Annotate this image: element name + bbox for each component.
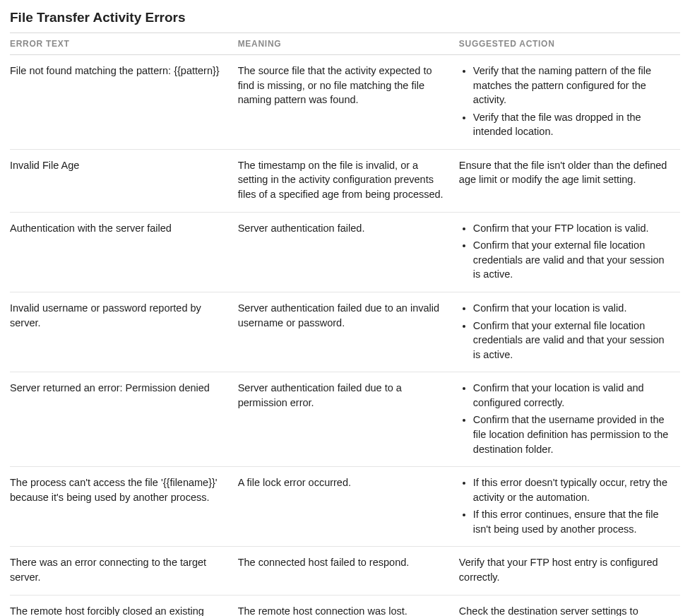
action-list: If this error doesn't typically occur, r… (459, 475, 670, 536)
cell-suggested-action: Confirm that your FTP location is valid.… (459, 212, 680, 292)
action-list-item: Confirm that your external file location… (473, 319, 670, 362)
table-row: File not found matching the pattern: {{p… (10, 55, 680, 150)
table-row: Invalid username or password reported by… (10, 292, 680, 372)
cell-meaning: The remote host connection was lost. (238, 595, 459, 616)
action-list-item: Confirm that your FTP location is valid. (473, 221, 670, 236)
action-list-item: Confirm that your external file location… (473, 238, 670, 282)
cell-error-text: Authentication with the server failed (10, 212, 238, 292)
cell-error-text: There was an error connecting to the tar… (10, 547, 238, 595)
action-list-item: If this error doesn't typically occur, r… (473, 475, 670, 504)
action-list-item: If this error continues, ensure that the… (473, 507, 670, 536)
cell-suggested-action: Verify that the naming pattern of the fi… (459, 55, 680, 150)
action-list: Confirm that your FTP location is valid.… (459, 221, 670, 282)
column-header-meaning: MEANING (238, 33, 459, 55)
table-row: Invalid File AgeThe timestamp on the fil… (10, 149, 680, 212)
table-header-row: ERROR TEXT MEANING SUGGESTED ACTION (10, 33, 680, 55)
action-list-item: Confirm that your location is valid and … (473, 381, 670, 410)
table-row: Authentication with the server failedSer… (10, 212, 680, 292)
column-header-error-text: ERROR TEXT (10, 33, 238, 55)
cell-meaning: The source file that the activity expect… (238, 55, 459, 150)
cell-suggested-action: Confirm that your location is valid and … (459, 372, 680, 467)
cell-meaning: Server authentication failed due to an i… (238, 292, 459, 372)
cell-error-text: Server returned an error: Permission den… (10, 372, 238, 467)
action-list: Verify that the naming pattern of the fi… (459, 64, 670, 139)
table-row: Server returned an error: Permission den… (10, 372, 680, 467)
cell-error-text: Invalid File Age (10, 149, 238, 212)
cell-meaning: Server authentication failed. (238, 212, 459, 292)
cell-suggested-action: Check the destination server settings to… (459, 595, 680, 616)
table-row: The remote host forcibly closed an exist… (10, 595, 680, 616)
action-list-item: Confirm that the username provided in th… (473, 413, 670, 456)
cell-suggested-action: Verify that your FTP host entry is confi… (459, 547, 680, 595)
cell-error-text: The process can't access the file '{{fil… (10, 467, 238, 547)
action-list: Confirm that your location is valid.Conf… (459, 301, 670, 362)
action-list-item: Confirm that your location is valid. (473, 301, 670, 316)
cell-error-text: File not found matching the pattern: {{p… (10, 55, 238, 150)
cell-error-text: Invalid username or password reported by… (10, 292, 238, 372)
cell-suggested-action: If this error doesn't typically occur, r… (459, 467, 680, 547)
table-row: There was an error connecting to the tar… (10, 547, 680, 595)
action-list: Confirm that your location is valid and … (459, 381, 670, 456)
cell-error-text: The remote host forcibly closed an exist… (10, 595, 238, 616)
cell-meaning: Server authentication failed due to a pe… (238, 372, 459, 467)
cell-meaning: A file lock error occurred. (238, 467, 459, 547)
cell-suggested-action: Confirm that your location is valid.Conf… (459, 292, 680, 372)
cell-suggested-action: Ensure that the file isn't older than th… (459, 149, 680, 212)
table-row: The process can't access the file '{{fil… (10, 467, 680, 547)
column-header-suggested-action: SUGGESTED ACTION (459, 33, 680, 55)
cell-meaning: The connected host failed to respond. (238, 547, 459, 595)
cell-meaning: The timestamp on the file is invalid, or… (238, 149, 459, 212)
page-title: File Transfer Activity Errors (10, 10, 680, 25)
errors-table: ERROR TEXT MEANING SUGGESTED ACTION File… (10, 32, 680, 616)
action-list-item: Verify that the file was dropped in the … (473, 110, 670, 139)
action-list-item: Verify that the naming pattern of the fi… (473, 64, 670, 107)
